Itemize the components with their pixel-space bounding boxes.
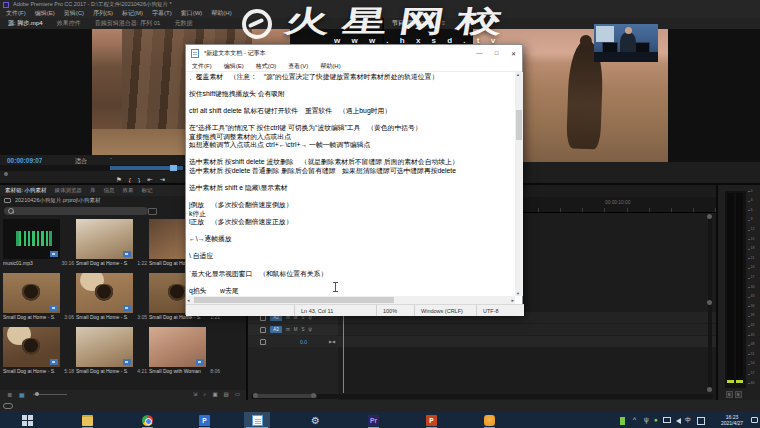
- audio-track-row[interactable]: A3 ⊟ M S ψ: [248, 324, 716, 335]
- menu-item[interactable]: 文件(F): [6, 9, 26, 18]
- antivirus-icon[interactable]: ●: [654, 416, 658, 423]
- track-badge[interactable]: A3: [270, 326, 282, 333]
- list-view-icon[interactable]: ≣: [7, 391, 12, 398]
- project-item[interactable]: Small Dog at Home - S... 3:06: [2, 271, 75, 325]
- start-button[interactable]: [22, 415, 33, 426]
- menu-item[interactable]: 序列(S): [93, 9, 113, 18]
- scrollbar-thumb[interactable]: [253, 394, 317, 398]
- close-button[interactable]: ✕: [505, 45, 522, 61]
- scrollbar-handle[interactable]: [253, 393, 258, 398]
- search-options-icon[interactable]: [148, 208, 157, 215]
- breadcrumb-path[interactable]: 20210426小狗短片.prproj\小狗素材: [15, 197, 101, 204]
- project-item[interactable]: Small Dog at Home - S... 4:21: [75, 325, 148, 375]
- panel-menu-icon[interactable]: ≡: [442, 20, 446, 26]
- menu-item[interactable]: 字幕(T): [152, 9, 172, 18]
- scrollbar-handle[interactable]: [311, 393, 316, 398]
- project-item[interactable]: Small Dog at Home - S... 1:22: [75, 217, 148, 271]
- file-explorer-icon[interactable]: [82, 415, 93, 426]
- clip-thumbnail[interactable]: [149, 327, 206, 367]
- menu-item[interactable]: 窗口(W): [181, 9, 203, 18]
- panel-tab[interactable]: 效果: [123, 187, 134, 194]
- panel-tab[interactable]: 元数据: [174, 19, 192, 28]
- project-item[interactable]: Small Dog at Home - S... 3:05: [75, 271, 148, 325]
- slider-handle[interactable]: [35, 392, 39, 396]
- menu-item[interactable]: 帮助(H): [320, 62, 340, 71]
- zoom-bar-handle[interactable]: [4, 172, 8, 176]
- scroll-down-icon[interactable]: ▼: [516, 291, 520, 296]
- scroll-up-icon[interactable]: ▲: [516, 72, 520, 77]
- project-search-input[interactable]: [4, 207, 148, 215]
- scrollbar-handle[interactable]: [707, 387, 712, 392]
- display-icon[interactable]: [663, 417, 671, 423]
- notepad-titlebar[interactable]: *新建文本文档 - 记事本 — □ ✕: [186, 45, 522, 61]
- menu-item[interactable]: 帮助(H): [211, 9, 231, 18]
- thumbnail-zoom-slider[interactable]: [33, 394, 67, 395]
- workspace-icon[interactable]: [3, 403, 13, 409]
- project-item[interactable]: Small Dog with Woman... 8:06: [148, 325, 221, 375]
- minimize-button[interactable]: —: [471, 45, 488, 61]
- clip-thumbnail[interactable]: [76, 273, 133, 313]
- premiere-taskbar-icon[interactable]: Pr: [368, 415, 379, 426]
- project-item[interactable]: music01.mp3 30:16: [2, 217, 75, 271]
- trash-icon[interactable]: ▭: [235, 391, 240, 398]
- notepad-taskbar-icon[interactable]: [252, 415, 263, 426]
- solo-left-button[interactable]: S: [726, 391, 733, 398]
- clip-thumbnail[interactable]: [3, 327, 60, 367]
- solo-right-button[interactable]: S: [735, 391, 742, 398]
- panel-tab[interactable]: 素材箱: 小狗素材: [5, 187, 47, 194]
- find-icon[interactable]: ⌕: [203, 391, 206, 398]
- panel-tab[interactable]: 效果控件: [57, 19, 81, 28]
- new-bin-icon[interactable]: ▣: [212, 391, 217, 398]
- p-app-icon[interactable]: P: [199, 415, 210, 426]
- clock[interactable]: 16:23 2021/4/27: [714, 414, 750, 426]
- speaker-icon[interactable]: [676, 418, 681, 424]
- solo-icon[interactable]: S: [302, 327, 305, 332]
- track-target-icon[interactable]: ⊟: [286, 327, 290, 332]
- panel-tab[interactable]: 源: 脚步.mp4: [8, 19, 43, 28]
- source-playhead[interactable]: [170, 165, 177, 171]
- grid-view-icon[interactable]: ▦: [19, 391, 25, 398]
- scroll-right-icon[interactable]: ▸: [511, 297, 514, 303]
- scroll-left-icon[interactable]: ◂: [187, 297, 190, 303]
- panel-tab[interactable]: 信息: [104, 187, 115, 194]
- timeline-horizontal-scrollbar[interactable]: [251, 394, 713, 399]
- microphone-icon[interactable]: ψ: [644, 416, 649, 423]
- horizontal-scrollbar[interactable]: ◂ ▸: [186, 296, 515, 304]
- settings-gear-icon[interactable]: ⚙: [310, 415, 321, 426]
- tab-program-monitor[interactable]: 节目: 序列 01: [392, 19, 428, 28]
- mic-icon[interactable]: ψ: [309, 327, 312, 332]
- track-content[interactable]: [338, 324, 716, 335]
- master-volume-value[interactable]: 0.0: [300, 339, 307, 345]
- menu-item[interactable]: 查看(V): [288, 62, 308, 71]
- chrome-icon[interactable]: [142, 415, 153, 426]
- clip-thumbnail[interactable]: [76, 327, 133, 367]
- clip-thumbnail[interactable]: [3, 273, 60, 313]
- notepad-text-area[interactable]: 、覆盖素材 （注意： “源”的位置决定了快捷键放置素材时素材所处的轨道位置）按住…: [186, 72, 515, 296]
- ime-indicator[interactable]: 中: [685, 416, 692, 425]
- panel-tab[interactable]: 标记: [142, 187, 153, 194]
- notepad-window[interactable]: *新建文本文档 - 记事本 — □ ✕ 文件(F)编辑(E)格式(O)查看(V)…: [185, 44, 523, 315]
- menu-item[interactable]: 文件(F): [192, 62, 212, 71]
- menu-item[interactable]: 标记(M): [122, 9, 143, 18]
- menu-item[interactable]: 编辑(E): [35, 9, 55, 18]
- scroll-thumb[interactable]: [194, 297, 394, 303]
- touch-keyboard-icon[interactable]: [697, 417, 705, 425]
- maximize-button[interactable]: □: [488, 45, 505, 61]
- automate-to-sequence-icon[interactable]: ⇲: [193, 391, 198, 398]
- battery-icon[interactable]: [620, 417, 625, 425]
- lock-icon[interactable]: [260, 339, 266, 345]
- menu-item[interactable]: 编辑(E): [224, 62, 244, 71]
- scrollbar-handle[interactable]: [707, 214, 712, 219]
- project-item[interactable]: Small Dog at Home - S... 5:18: [2, 325, 75, 375]
- tray-expand-icon[interactable]: ^: [633, 416, 636, 423]
- powerpoint-icon[interactable]: P: [426, 415, 437, 426]
- clip-thumbnail[interactable]: [3, 219, 60, 259]
- action-center-icon[interactable]: [751, 417, 758, 423]
- panel-tab[interactable]: 音频剪辑混合器: 序列 01: [95, 19, 161, 28]
- panel-tab[interactable]: 媒体浏览器: [55, 187, 83, 194]
- timeline-vertical-scrollbar[interactable]: [708, 214, 712, 392]
- panel-tab[interactable]: 库: [90, 187, 96, 194]
- scrollbar-handle[interactable]: [707, 300, 712, 305]
- mute-icon[interactable]: M: [294, 327, 298, 332]
- new-item-icon[interactable]: ▤: [224, 391, 229, 398]
